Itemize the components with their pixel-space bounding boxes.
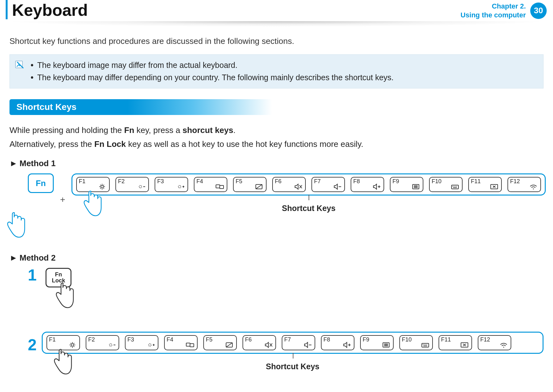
f-key-label: F3 — [127, 336, 134, 343]
f-key-label: F4 — [167, 336, 173, 343]
function-key-row: F1F2F3F4F5F6F7F8F9F10F11F12 — [42, 332, 544, 354]
f-key-f11: F11 — [439, 335, 472, 350]
mute-icon — [263, 341, 273, 348]
svg-line-8 — [103, 185, 104, 185]
triangle-icon: ► — [9, 159, 18, 168]
keyboard-icon — [420, 341, 430, 348]
paragraph: While pressing and holding the Fn key, p… — [9, 124, 544, 136]
svg-rect-65 — [422, 343, 429, 347]
svg-point-37 — [533, 189, 534, 190]
header: Keyboard Chapter 2. Using the computer 3… — [0, 0, 553, 19]
connector-line — [309, 195, 309, 200]
f-key-label: F7 — [314, 178, 321, 185]
touchpad-off-icon — [224, 341, 234, 348]
note-box: The keyboard image may differ from the a… — [9, 54, 544, 88]
function-row-caption: Shortcut Keys — [71, 204, 546, 213]
function-row-caption: Shortcut Keys — [42, 362, 544, 371]
display-switch-icon — [215, 183, 225, 190]
chapter-line-2: Using the computer — [460, 11, 526, 20]
f-key-label: F6 — [275, 178, 281, 185]
svg-line-6 — [100, 185, 101, 185]
svg-point-49 — [149, 344, 151, 346]
f-key-label: F9 — [363, 336, 369, 343]
list-icon — [411, 183, 421, 190]
bright-down-icon — [107, 341, 117, 348]
f-key-f12: F12 — [507, 177, 541, 192]
f-key-label: F2 — [118, 178, 125, 185]
paragraph: Alternatively, press the Fn Lock key as … — [9, 138, 544, 150]
plus-symbol: + — [60, 195, 65, 205]
f-key-label: F3 — [157, 178, 164, 185]
screen-x-icon — [459, 341, 470, 348]
step-number-2: 2 — [28, 336, 37, 354]
f-key-label: F9 — [392, 178, 399, 185]
f-key-f3: F3 — [155, 177, 188, 192]
note-icon — [14, 59, 25, 84]
f-key-f2: F2 — [115, 177, 149, 192]
f-key-f9: F9 — [390, 177, 423, 192]
f-key-f10: F10 — [429, 177, 463, 192]
chapter-line-1: Chapter 2. — [460, 2, 526, 11]
svg-point-47 — [109, 344, 112, 346]
bright-up-icon — [146, 341, 156, 348]
f-key-label: F5 — [236, 178, 242, 185]
f-key-label: F1 — [49, 336, 56, 343]
f-key-f6: F6 — [243, 335, 276, 350]
f-key-f7: F7 — [282, 335, 315, 350]
hand-press-icon — [51, 347, 73, 377]
f-key-label: F10 — [402, 336, 412, 343]
svg-line-55 — [226, 343, 232, 347]
f-key-f11: F11 — [468, 177, 502, 192]
f-key-f5: F5 — [233, 177, 267, 192]
note-item: The keyboard image may differ from the a… — [29, 59, 394, 71]
f-key-label: F2 — [88, 336, 95, 343]
hand-press-icon — [81, 189, 103, 219]
f-key-label: F11 — [441, 336, 451, 343]
hand-press-icon — [53, 281, 75, 311]
svg-point-38 — [71, 344, 74, 346]
screen-x-icon — [489, 183, 499, 190]
header-divider-shadow — [3, 21, 550, 27]
svg-rect-16 — [220, 185, 224, 189]
f-key-label: F1 — [79, 178, 85, 185]
section-banner: Shortcut Keys — [9, 99, 272, 115]
fn-key: Fn — [28, 173, 54, 193]
keyboard-icon — [450, 183, 460, 190]
method-2-diagram: 1 Fn Lock 2 F1F2F3F4F5F6F7F8F9F10F11F12 … — [28, 268, 544, 371]
note-item: The keyboard may differ depending on you… — [29, 71, 394, 84]
step-number-1: 1 — [28, 266, 37, 284]
f-key-f6: F6 — [272, 177, 306, 192]
vol-down-icon — [303, 341, 313, 348]
f-key-f9: F9 — [360, 335, 394, 350]
bright-down-icon — [136, 183, 146, 190]
vol-up-icon — [342, 341, 352, 348]
f-key-f8: F8 — [321, 335, 354, 350]
f-key-f12: F12 — [478, 335, 511, 350]
method-1-diagram: Fn + F1F2F3F4F5F6F7F8F9F10F11F12 Shortcu… — [28, 173, 544, 240]
method-1-label: ►Method 1 — [9, 159, 544, 168]
intro-text: Shortcut key functions and procedures ar… — [9, 36, 544, 46]
svg-line-43 — [71, 343, 71, 344]
svg-rect-28 — [452, 185, 458, 189]
f-key-label: F8 — [353, 178, 360, 185]
f-key-label: F4 — [196, 178, 203, 185]
header-right: Chapter 2. Using the computer 30 — [460, 2, 547, 19]
method-2-label: ►Method 2 — [9, 253, 544, 263]
f-key-label: F8 — [323, 336, 330, 343]
page-number-badge: 30 — [530, 3, 547, 19]
f-key-f8: F8 — [351, 177, 384, 192]
touchpad-off-icon — [254, 183, 264, 190]
svg-rect-53 — [190, 344, 194, 347]
list-icon — [381, 341, 391, 348]
note-list: The keyboard image may differ from the a… — [29, 59, 394, 84]
page-title: Keyboard — [6, 0, 88, 19]
svg-rect-15 — [216, 185, 220, 188]
function-key-row: F1F2F3F4F5F6F7F8F9F10F11F12 — [71, 173, 546, 196]
f-key-label: F5 — [206, 336, 212, 343]
wifi-icon — [528, 183, 538, 190]
svg-point-10 — [139, 185, 142, 188]
vol-up-icon — [372, 183, 382, 190]
triangle-icon: ► — [9, 253, 18, 262]
connector-line — [293, 353, 293, 359]
f-key-label: F12 — [480, 336, 490, 343]
